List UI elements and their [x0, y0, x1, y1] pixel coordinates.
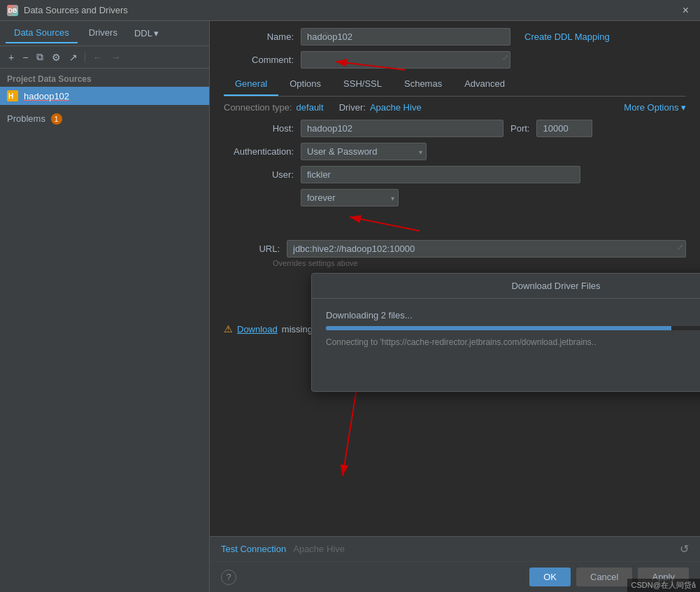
- svg-text:H: H: [8, 92, 13, 100]
- url-row: URL: ⤢: [210, 240, 700, 258]
- downloading-text: Downloading 2 files...: [326, 310, 700, 320]
- add-button[interactable]: +: [6, 50, 17, 64]
- right-panel: Name: ○ Create DDL Mapping Comment: ⤢ Ge…: [210, 21, 700, 592]
- auth-row: Authentication: User & Password No auth …: [224, 143, 686, 160]
- settings-button[interactable]: ⚙: [49, 50, 64, 64]
- footer-left: ?: [221, 570, 236, 585]
- problems-section: Problems 1: [0, 108, 209, 130]
- svg-line-4: [350, 217, 420, 231]
- comment-input[interactable]: [301, 51, 510, 69]
- sidebar-tab-bar: Data Sources Drivers DDL ▾: [0, 21, 209, 46]
- driver-label: Driver:: [339, 102, 366, 113]
- forward-button[interactable]: →: [108, 50, 123, 64]
- tab-ssh-ssl[interactable]: SSH/SSL: [332, 73, 393, 96]
- refresh-button[interactable]: ↺: [680, 542, 689, 556]
- back-button[interactable]: ←: [90, 50, 105, 64]
- tab-options[interactable]: Options: [278, 73, 332, 96]
- port-label: Port:: [510, 123, 529, 134]
- download-link[interactable]: Download: [237, 324, 278, 334]
- user-label: User:: [224, 169, 294, 180]
- sidebar: Data Sources Drivers DDL ▾ + − ⧉ ⚙ ↗ ← →…: [0, 21, 210, 592]
- comment-expand-icon[interactable]: ⤢: [502, 53, 508, 62]
- save-select-wrap: forever ▾: [301, 189, 399, 206]
- title-bar: DB Data Sources and Drivers ×: [0, 0, 700, 21]
- tab-general[interactable]: General: [224, 73, 278, 96]
- user-row: User:: [224, 166, 686, 183]
- progress-bar: [326, 326, 700, 330]
- tab-advanced[interactable]: Advanced: [453, 73, 516, 96]
- auth-label: Authentication:: [224, 146, 294, 157]
- copy-button[interactable]: ⧉: [34, 50, 46, 64]
- close-button[interactable]: ×: [678, 3, 693, 18]
- url-input[interactable]: [287, 240, 686, 258]
- host-port-row: Host: Port:: [224, 120, 686, 137]
- share-button[interactable]: ↗: [66, 50, 80, 64]
- remove-button[interactable]: −: [20, 50, 31, 64]
- url-expand-icon[interactable]: ⤢: [677, 243, 683, 252]
- name-clear-icon[interactable]: ○: [323, 28, 329, 39]
- save-row: forever ▾: [224, 189, 686, 206]
- progress-bar-fill: [326, 326, 671, 330]
- download-dialog-body: Downloading 2 files... Connecting to 'ht…: [312, 299, 700, 358]
- datasource-item-hadoop102[interactable]: H hadoop102: [0, 87, 209, 105]
- url-input-wrap: ⤢: [287, 240, 686, 258]
- ddl-dropdown-icon: ▾: [154, 28, 159, 38]
- sidebar-toolbar: + − ⧉ ⚙ ↗ ← →: [0, 46, 209, 69]
- name-row: Name: ○ Create DDL Mapping: [224, 28, 686, 45]
- driver-value[interactable]: Apache Hive: [370, 102, 422, 113]
- apache-hive-label: Apache Hive: [293, 544, 345, 554]
- app-icon: DB: [7, 5, 18, 16]
- user-input[interactable]: [301, 166, 580, 183]
- toolbar-separator: [85, 52, 85, 63]
- download-dialog: Download Driver Files Downloading 2 file…: [311, 273, 700, 392]
- conn-type-value[interactable]: default: [297, 102, 324, 113]
- tab-drivers[interactable]: Drivers: [80, 23, 126, 43]
- url-label: URL:: [224, 240, 280, 254]
- warning-icon: ⚠: [224, 323, 233, 334]
- cancel-button[interactable]: Cancel: [576, 568, 632, 586]
- name-section: Name: ○ Create DDL Mapping Comment: ⤢ Ge…: [210, 21, 700, 219]
- save-select[interactable]: forever: [301, 189, 399, 206]
- bottom-bar: Test Connection Apache Hive ↺: [210, 536, 700, 561]
- title-bar-left: DB Data Sources and Drivers: [7, 5, 128, 16]
- connection-type-row: Connection type: default Driver: Apache …: [224, 102, 686, 113]
- sidebar-bottom: [0, 130, 209, 592]
- tab-ddl[interactable]: DDL ▾: [129, 24, 164, 43]
- host-input[interactable]: [301, 120, 503, 137]
- download-dialog-footer: Cancel: [312, 358, 700, 391]
- port-input[interactable]: [536, 120, 592, 137]
- problems-label: Problems: [7, 113, 45, 124]
- datasource-name: hadoop102: [24, 91, 69, 101]
- auth-select[interactable]: User & Password No auth Username Kerbero…: [301, 143, 427, 160]
- tab-schemas[interactable]: Schemas: [393, 73, 453, 96]
- download-dialog-title: Download Driver Files: [312, 274, 700, 299]
- comment-row: Comment: ⤢: [224, 51, 686, 69]
- host-label: Host:: [224, 123, 294, 134]
- ok-button[interactable]: OK: [529, 568, 571, 586]
- name-label: Name:: [224, 31, 294, 42]
- conn-type-label: Connection type:: [224, 102, 292, 113]
- datasource-hive-icon: H: [7, 90, 18, 101]
- watermark: CSDN@在人间贷å: [627, 579, 700, 592]
- auth-select-wrap: User & Password No auth Username Kerbero…: [301, 143, 427, 160]
- tab-data-sources[interactable]: Data Sources: [6, 23, 78, 43]
- more-options-link[interactable]: More Options ▾: [624, 102, 686, 113]
- window-title: Data Sources and Drivers: [24, 5, 128, 15]
- help-button[interactable]: ?: [221, 570, 236, 585]
- config-tabs: General Options SSH/SSL Schemas Advanced: [224, 73, 686, 97]
- project-data-sources-header: Project Data Sources: [0, 69, 209, 87]
- connecting-text: Connecting to 'https://cache-redirector.…: [326, 337, 700, 347]
- main-container: Data Sources Drivers DDL ▾ + − ⧉ ⚙ ↗ ← →…: [0, 21, 700, 592]
- test-connection-button[interactable]: Test Connection: [221, 544, 286, 554]
- create-ddl-link[interactable]: Create DDL Mapping: [524, 31, 610, 42]
- problems-badge: 1: [51, 113, 62, 125]
- url-hint: Overrides settings above: [210, 258, 700, 267]
- comment-label: Comment:: [224, 55, 294, 65]
- name-input[interactable]: [301, 28, 510, 45]
